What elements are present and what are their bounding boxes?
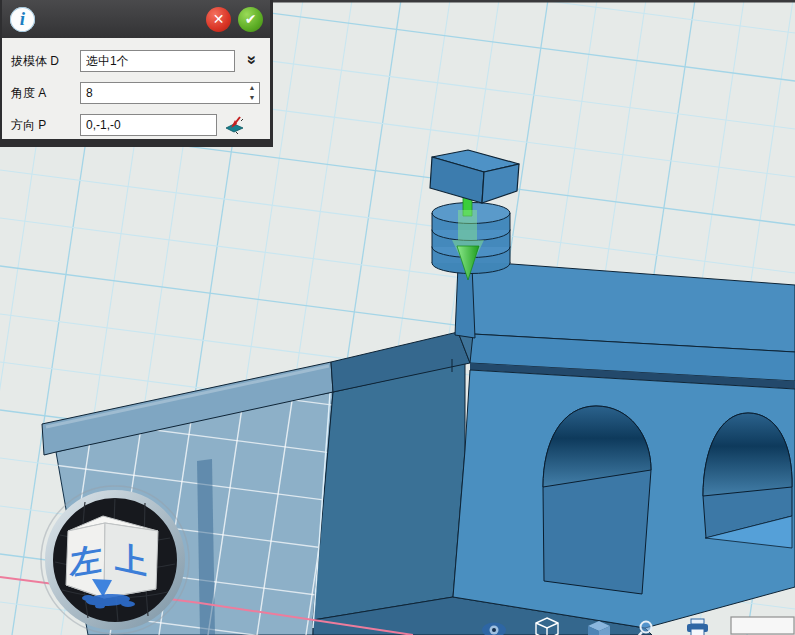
spinner-down-icon[interactable]: ▼ — [249, 94, 256, 102]
navcube-top-face-label[interactable]: 上 — [114, 539, 147, 582]
draft-dialog: i ✕ ✔ 拔模体 D » 角度 A ▲ ▼ 方向 P — [0, 0, 273, 147]
chimney-post[interactable] — [455, 266, 475, 338]
cancel-button[interactable]: ✕ — [206, 7, 231, 32]
dialog-header: i ✕ ✔ — [2, 0, 270, 38]
spinner-up-icon[interactable]: ▲ — [249, 84, 256, 92]
direction-picker-icon[interactable] — [223, 115, 245, 135]
interior-edge-strip — [197, 459, 215, 635]
direction-label: 方向 P — [11, 117, 46, 134]
interior-shadow-wall — [313, 363, 465, 620]
info-icon[interactable]: i — [10, 7, 35, 32]
angle-label: 角度 A — [11, 85, 46, 102]
application-window: 左 上 i ✕ ✔ 拔模体 D » 角度 A ▲ ▼ 方向 P — [0, 0, 795, 635]
field-row-draft-body: 拔模体 D » — [2, 50, 270, 72]
field-row-angle: 角度 A ▲ ▼ — [2, 82, 270, 104]
corner-panel — [731, 617, 794, 634]
navcube-left-face-label[interactable]: 左 — [69, 540, 102, 582]
view-navigation-cube[interactable]: 左 上 — [41, 486, 189, 634]
window-arch-1[interactable] — [543, 406, 651, 594]
direction-input[interactable] — [80, 114, 217, 136]
window-arch-2[interactable] — [703, 413, 792, 548]
angle-spinner[interactable]: ▲ ▼ — [245, 84, 259, 102]
draft-body-label: 拔模体 D — [11, 53, 59, 70]
angle-input[interactable] — [80, 82, 260, 104]
field-row-direction: 方向 P — [2, 114, 270, 136]
draft-body-input[interactable] — [80, 50, 235, 72]
confirm-button[interactable]: ✔ — [238, 7, 263, 32]
expand-chevron-icon[interactable]: » — [241, 50, 263, 70]
